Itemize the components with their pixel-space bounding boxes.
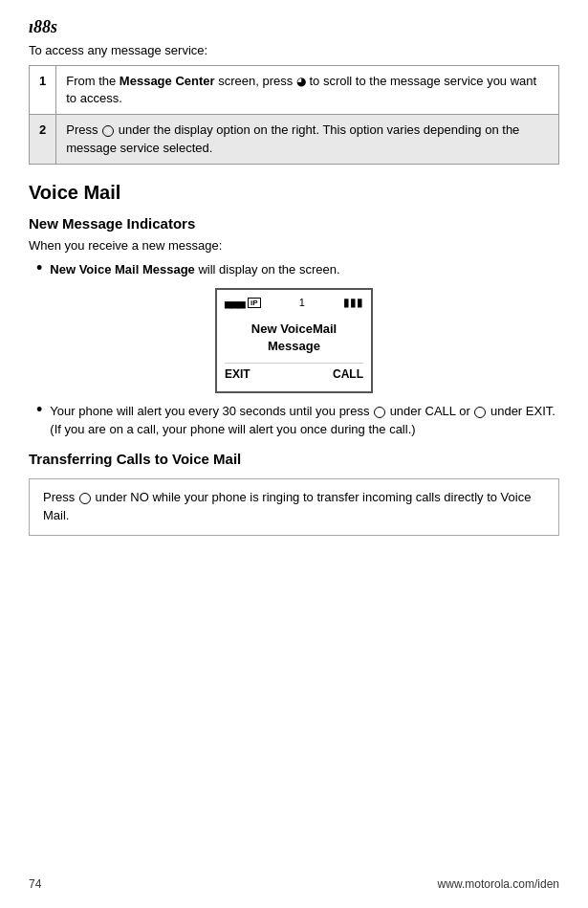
phone-msg-line1: New VoiceMail xyxy=(225,321,363,338)
ip-badge-text: iP xyxy=(250,299,258,307)
when-text: When you receive a new message: xyxy=(29,237,559,255)
subsection-title-text: New Message Indicators xyxy=(29,215,195,232)
transfer-title-text: Transferring Calls to Voice Mail xyxy=(29,451,241,467)
bullet-2: • Your phone will alert you every 30 sec… xyxy=(36,403,559,439)
phone-message-area: New VoiceMail Message xyxy=(225,321,363,354)
ip-badge: iP xyxy=(248,298,261,308)
phone-center-num: 1 xyxy=(299,297,305,308)
circle-btn-call xyxy=(374,407,385,418)
steps-table: 1 From the Message Center screen, press … xyxy=(29,65,559,165)
softkey-right: CALL xyxy=(333,367,363,381)
step-text-2: Press under the display option on the ri… xyxy=(56,115,559,164)
page: ı88s To access any message service: 1 Fr… xyxy=(0,0,588,908)
phone-screen-top: ▅▅▅ iP 1 ▮▮▮ xyxy=(225,296,363,309)
signal-icon: ▅▅▅ xyxy=(225,298,245,308)
page-footer: 74 www.motorola.com/iden xyxy=(0,877,588,891)
phone-battery-area: ▮▮▮ xyxy=(343,296,363,309)
logo: ı88s xyxy=(29,17,559,37)
step-text-1: From the Message Center screen, press ◕ … xyxy=(56,66,559,115)
phone-screen-container: ▅▅▅ iP 1 ▮▮▮ New VoiceMail Message EXIT … xyxy=(29,288,559,393)
step-num-2: 2 xyxy=(30,115,56,164)
phone-softkeys: EXIT CALL xyxy=(225,363,363,381)
bullet-dot-1: • xyxy=(36,259,42,277)
new-message-indicators-title: New Message Indicators xyxy=(29,215,559,232)
note-box: Press under NO while your phone is ringi… xyxy=(29,478,559,536)
step-row-1: 1 From the Message Center screen, press … xyxy=(30,66,559,115)
softkey-left: EXIT xyxy=(225,367,250,381)
bullet-1-bold: New Voice Mail Message xyxy=(50,262,195,277)
bullet-1: • New Voice Mail Message will display on… xyxy=(36,261,559,279)
phone-num-text: 1 xyxy=(299,297,305,308)
step-num-1: 1 xyxy=(30,66,56,115)
step-row-2: 2 Press under the display option on the … xyxy=(30,115,559,164)
battery-icon: ▮▮▮ xyxy=(343,296,363,309)
circle-btn-exit xyxy=(474,407,486,418)
website-url: www.motorola.com/iden xyxy=(438,877,559,891)
voice-mail-title: Voice Mail xyxy=(29,182,559,204)
circle-btn-no xyxy=(79,493,91,504)
section-title-text: Voice Mail xyxy=(29,182,120,203)
scroll-icon: ◕ xyxy=(296,74,306,90)
transfer-title: Transferring Calls to Voice Mail xyxy=(29,451,559,467)
when-label: When you receive a new message: xyxy=(29,238,222,253)
phone-icons-left: ▅▅▅ iP xyxy=(225,298,261,308)
logo-text: ı88s xyxy=(29,17,57,36)
intro-text: To access any message service: xyxy=(29,43,559,57)
circle-button-icon xyxy=(102,125,114,137)
phone-screen: ▅▅▅ iP 1 ▮▮▮ New VoiceMail Message EXIT … xyxy=(215,288,373,393)
page-number: 74 xyxy=(29,877,41,891)
bullet-dot-2: • xyxy=(36,401,42,418)
note-box-text: Press under NO while your phone is ringi… xyxy=(43,490,531,522)
bullet-1-text: New Voice Mail Message will display on t… xyxy=(50,261,339,279)
intro-label: To access any message service: xyxy=(29,43,207,57)
bullet-2-text: Your phone will alert you every 30 secon… xyxy=(50,403,559,439)
phone-msg-line2: Message xyxy=(225,338,363,355)
